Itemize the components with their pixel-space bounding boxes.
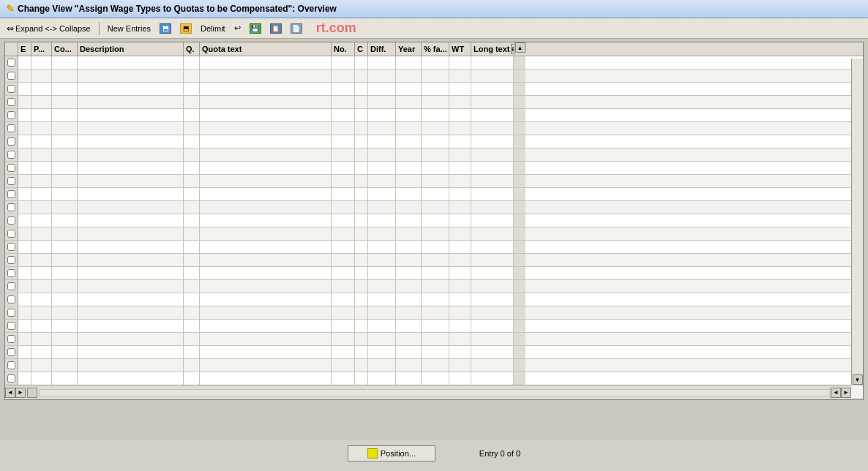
table-row[interactable] — [5, 188, 863, 201]
row-checkbox[interactable] — [5, 346, 18, 358]
save-button[interactable]: 💾 — [247, 23, 263, 34]
horizontal-scrollbar[interactable]: ◄ ► ◄ ► — [5, 385, 851, 399]
row-checkbox[interactable] — [5, 201, 18, 214]
table-row[interactable] — [5, 214, 863, 227]
local-save-button[interactable]: 📋 — [268, 23, 284, 34]
row-checkbox[interactable] — [5, 162, 18, 174]
delimit-button[interactable]: Delimit — [198, 23, 228, 34]
table-row[interactable] — [5, 254, 863, 267]
hscroll-left2-btn[interactable]: ◄ — [831, 388, 841, 398]
table-row[interactable] — [5, 293, 863, 306]
table-row[interactable] — [5, 162, 863, 175]
row-checkbox[interactable] — [5, 254, 18, 266]
row-checkbox-input[interactable] — [7, 322, 15, 330]
table-row[interactable] — [5, 227, 863, 241]
table-row[interactable] — [5, 333, 863, 346]
row-checkbox-input[interactable] — [7, 282, 15, 290]
row-checkbox[interactable] — [5, 69, 18, 82]
table-row[interactable] — [5, 346, 863, 359]
row-checkbox[interactable] — [5, 122, 18, 135]
hscroll-box[interactable] — [27, 388, 37, 398]
table-row[interactable] — [5, 148, 863, 162]
row-checkbox-input[interactable] — [7, 72, 15, 80]
row-checkbox-input[interactable] — [7, 309, 15, 317]
copy-button[interactable]: ⬒ — [157, 23, 173, 34]
row-checkbox[interactable] — [5, 188, 18, 200]
row-checkbox-input[interactable] — [7, 85, 15, 93]
row-checkbox[interactable] — [5, 227, 18, 240]
undo-button[interactable]: ↩ — [232, 23, 243, 34]
hscroll-left-btn[interactable]: ◄ — [5, 388, 15, 398]
table-cell-q — [184, 135, 200, 148]
copy2-button[interactable]: ⬒ — [178, 23, 194, 34]
row-checkbox-input[interactable] — [7, 256, 15, 264]
row-checkbox-input[interactable] — [7, 269, 15, 277]
table-row[interactable] — [5, 320, 863, 333]
table-row[interactable] — [5, 241, 863, 254]
row-checkbox-input[interactable] — [7, 348, 15, 356]
table-cell-wt — [449, 83, 471, 95]
row-checkbox-input[interactable] — [7, 335, 15, 343]
table-cell-no — [332, 96, 355, 108]
vertical-scrollbar[interactable]: ▼ — [851, 59, 863, 385]
table-row[interactable] — [5, 267, 863, 280]
row-checkbox[interactable] — [5, 359, 18, 372]
row-checkbox[interactable] — [5, 267, 18, 279]
row-checkbox[interactable] — [5, 372, 18, 385]
table-row[interactable] — [5, 109, 863, 122]
row-checkbox[interactable] — [5, 333, 18, 345]
row-checkbox[interactable] — [5, 83, 18, 95]
row-checkbox-input[interactable] — [7, 98, 15, 106]
table-row[interactable] — [5, 135, 863, 148]
scroll-down-btn[interactable]: ▼ — [853, 374, 863, 385]
table-row[interactable] — [5, 201, 863, 214]
table-row[interactable] — [5, 96, 863, 109]
row-checkbox[interactable] — [5, 306, 18, 319]
table-cell-wt — [449, 109, 471, 121]
table-row[interactable] — [5, 69, 863, 83]
table-row[interactable] — [5, 372, 863, 385]
row-checkbox-input[interactable] — [7, 243, 15, 251]
row-checkbox-input[interactable] — [7, 203, 15, 211]
row-checkbox-input[interactable] — [7, 361, 15, 369]
row-checkbox[interactable] — [5, 96, 18, 108]
row-checkbox-input[interactable] — [7, 374, 15, 383]
row-checkbox-input[interactable] — [7, 295, 15, 304]
row-checkbox-input[interactable] — [7, 216, 15, 225]
row-checkbox[interactable] — [5, 214, 18, 227]
row-checkbox-input[interactable] — [7, 164, 15, 172]
row-checkbox[interactable] — [5, 280, 18, 293]
table-row[interactable] — [5, 83, 863, 96]
scroll-up-btn[interactable]: ▲ — [515, 42, 525, 53]
row-checkbox-input[interactable] — [7, 124, 15, 132]
table-row[interactable] — [5, 56, 863, 69]
row-checkbox[interactable] — [5, 320, 18, 332]
row-checkbox[interactable] — [5, 175, 18, 187]
row-checkbox-input[interactable] — [7, 59, 15, 67]
hscroll-right2-btn[interactable]: ► — [841, 388, 851, 398]
table-row[interactable] — [5, 306, 863, 320]
table-row[interactable] — [5, 359, 863, 372]
table-row[interactable] — [5, 175, 863, 188]
row-checkbox[interactable] — [5, 109, 18, 121]
row-checkbox-input[interactable] — [7, 177, 15, 185]
row-checkbox-input[interactable] — [7, 230, 15, 238]
row-checkbox[interactable] — [5, 56, 18, 69]
row-checkbox[interactable] — [5, 135, 18, 148]
table-cell-p — [31, 122, 52, 135]
other-button[interactable]: 📄 — [288, 23, 304, 34]
table-cell-long — [471, 372, 514, 385]
row-checkbox[interactable] — [5, 241, 18, 253]
hscroll-right-btn[interactable]: ► — [15, 388, 26, 398]
table-row[interactable] — [5, 122, 863, 135]
row-checkbox-input[interactable] — [7, 137, 15, 146]
row-checkbox[interactable] — [5, 293, 18, 306]
row-checkbox[interactable] — [5, 148, 18, 161]
table-row[interactable] — [5, 280, 863, 293]
position-button[interactable]: Position... — [348, 445, 435, 461]
row-checkbox-input[interactable] — [7, 151, 15, 159]
row-checkbox-input[interactable] — [7, 190, 15, 198]
expand-collapse-button[interactable]: ⇔ Expand <-> Collapse — [4, 23, 93, 34]
row-checkbox-input[interactable] — [7, 111, 15, 119]
new-entries-button[interactable]: New Entries — [105, 23, 153, 34]
